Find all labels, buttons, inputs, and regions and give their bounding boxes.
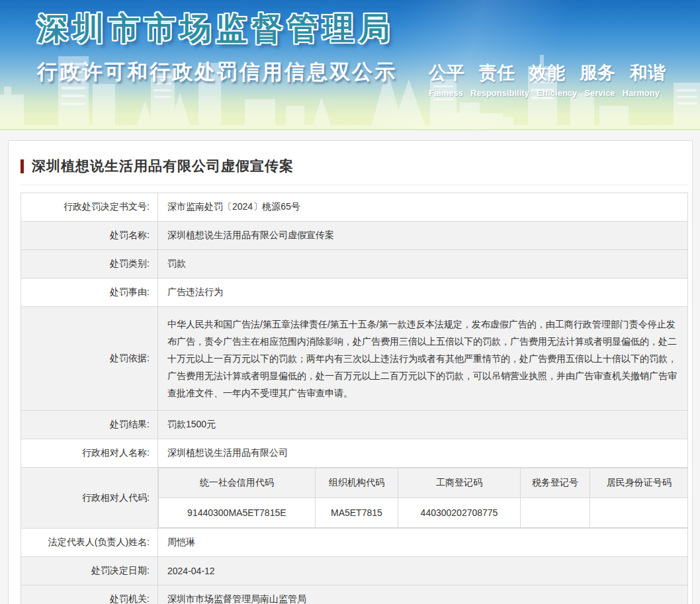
banner-subtitle: 行政许可和行政处罚信用信息双公示	[37, 58, 397, 86]
row-label: 处罚事由:	[21, 279, 158, 307]
row-label: 行政相对人代码:	[21, 468, 158, 529]
row-label: 处罚结果:	[21, 411, 158, 439]
banner-motto: 公平 责任 效能 服务 和谐 Faimess Responsibility Ef…	[429, 61, 680, 98]
motto-word: 和谐	[630, 61, 666, 85]
row-value: 中华人民共和国广告法/第五章法律责任/第五十五条/第一款违反本法规定，发布虚假广…	[158, 307, 688, 411]
table-row: 处罚依据: 中华人民共和国广告法/第五章法律责任/第五十五条/第一款违反本法规定…	[21, 307, 688, 411]
row-value: 罚款	[158, 250, 688, 279]
penalty-info-table: 行政处罚决定书文号: 深市监南处罚〔2024〕桃源65号 处罚名称: 深圳植想说…	[21, 193, 688, 604]
motto-word: 效能	[529, 61, 565, 85]
row-label: 处罚决定日期:	[21, 557, 158, 585]
content-panel: 深圳植想说生活用品有限公司虚假宣传案 行政处罚决定书文号: 深市监南处罚〔202…	[8, 140, 693, 604]
row-value: 罚款1500元	[158, 411, 688, 439]
table-row-codes: 行政相对人代码: 统一社会信用代码 组织机构代码 工商登记码 税务登记号 居民身…	[21, 468, 688, 529]
code-header-business: 工商登记码	[398, 468, 521, 498]
motto-word: 服务	[580, 61, 615, 85]
row-label: 处罚类别:	[21, 250, 158, 279]
row-label: 行政相对人名称:	[21, 439, 158, 468]
title-separator	[21, 185, 688, 185]
code-value-row: 91440300MA5ET7815E MA5ET7815 44030020270…	[159, 498, 688, 528]
row-value: 广告违法行为	[158, 279, 688, 307]
row-value: 深市监南处罚〔2024〕桃源65号	[158, 193, 688, 222]
title-marker-bar	[21, 159, 24, 173]
code-value-id	[590, 498, 687, 528]
motto-word-en: Service	[584, 88, 615, 98]
motto-word-en: Efficiency	[537, 88, 577, 98]
row-value: 深圳植想说生活用品有限公司虚假宣传案	[158, 222, 688, 250]
row-value: 2024-04-12	[158, 557, 688, 585]
code-value-org: MA5ET7815	[315, 498, 398, 528]
header-banner: 深圳市市场监督管理局 行政许可和行政处罚信用信息双公示 公平 责任 效能 服务 …	[0, 0, 700, 130]
row-label: 处罚依据:	[21, 307, 158, 411]
row-label: 处罚名称:	[21, 222, 158, 250]
motto-word-en: Faimess	[429, 88, 463, 98]
row-value: 周恺琳	[158, 529, 688, 557]
code-table: 统一社会信用代码 组织机构代码 工商登记码 税务登记号 居民身份证号码 9144…	[158, 468, 687, 528]
row-value: 深圳植想说生活用品有限公司	[158, 439, 688, 468]
motto-word: 公平	[429, 61, 464, 85]
table-row: 法定代表人(负责人)姓名: 周恺琳	[21, 529, 688, 557]
code-header-id: 居民身份证号码	[590, 468, 687, 498]
motto-word-en: Responsibility	[470, 88, 529, 98]
case-title: 深圳植想说生活用品有限公司虚假宣传案	[32, 157, 294, 175]
table-row: 处罚机关: 深圳市市场监督管理局南山监管局	[21, 585, 688, 604]
code-value-tax	[520, 498, 590, 528]
row-label: 处罚机关:	[21, 585, 158, 604]
org-name: 深圳市市场监督管理局	[37, 8, 394, 50]
code-value-business: 440300202708775	[398, 498, 521, 528]
row-label: 行政处罚决定书文号:	[21, 193, 158, 222]
motto-chinese: 公平 责任 效能 服务 和谐	[429, 61, 680, 85]
table-row: 行政相对人名称: 深圳植想说生活用品有限公司	[21, 439, 688, 468]
case-title-block: 深圳植想说生活用品有限公司虚假宣传案	[9, 141, 692, 185]
code-header-org: 组织机构代码	[315, 468, 398, 498]
penalty-info-table-wrap: 行政处罚决定书文号: 深市监南处罚〔2024〕桃源65号 处罚名称: 深圳植想说…	[21, 193, 688, 604]
table-row: 处罚类别: 罚款	[21, 250, 688, 279]
table-row: 处罚事由: 广告违法行为	[21, 279, 688, 307]
table-row: 处罚结果: 罚款1500元	[21, 411, 688, 439]
row-label: 法定代表人(负责人)姓名:	[21, 529, 158, 557]
code-value-credit: 91440300MA5ET7815E	[159, 498, 316, 528]
motto-word: 责任	[479, 61, 515, 85]
table-row: 处罚决定日期: 2024-04-12	[21, 557, 688, 585]
code-header-tax: 税务登记号	[520, 468, 590, 498]
codes-cell: 统一社会信用代码 组织机构代码 工商登记码 税务登记号 居民身份证号码 9144…	[158, 468, 688, 529]
code-header-row: 统一社会信用代码 组织机构代码 工商登记码 税务登记号 居民身份证号码	[159, 468, 688, 498]
motto-english: Faimess Responsibility Efficiency Servic…	[429, 88, 680, 98]
row-value: 深圳市市场监督管理局南山监管局	[158, 585, 688, 604]
table-row: 处罚名称: 深圳植想说生活用品有限公司虚假宣传案	[21, 222, 688, 250]
code-header-credit: 统一社会信用代码	[159, 468, 316, 498]
table-row: 行政处罚决定书文号: 深市监南处罚〔2024〕桃源65号	[21, 193, 688, 222]
motto-word-en: Harmony	[623, 88, 660, 98]
